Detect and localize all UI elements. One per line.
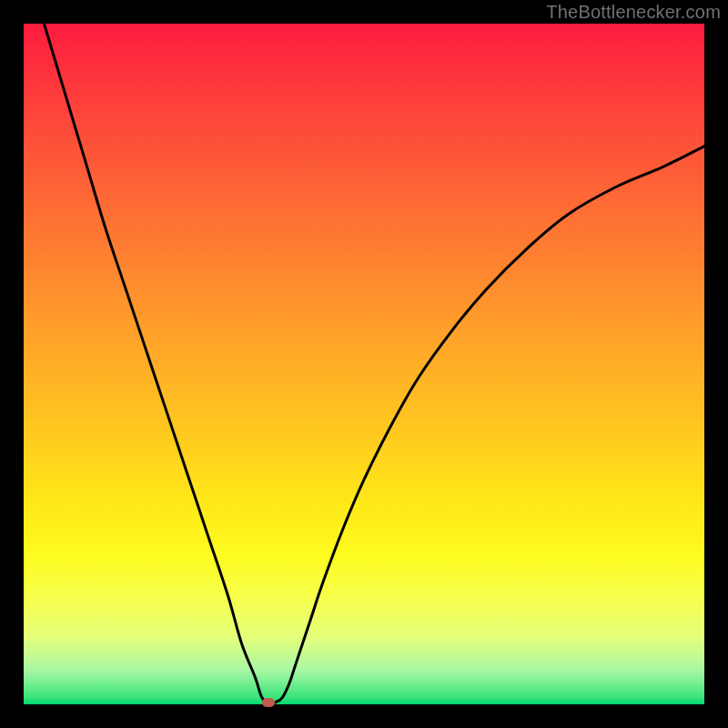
bottleneck-curve [24, 24, 704, 704]
chart-frame: TheBottlenecker.com [0, 0, 728, 728]
optimum-marker [262, 698, 275, 707]
plot-area [24, 24, 704, 704]
watermark-text: TheBottlenecker.com [546, 2, 721, 23]
